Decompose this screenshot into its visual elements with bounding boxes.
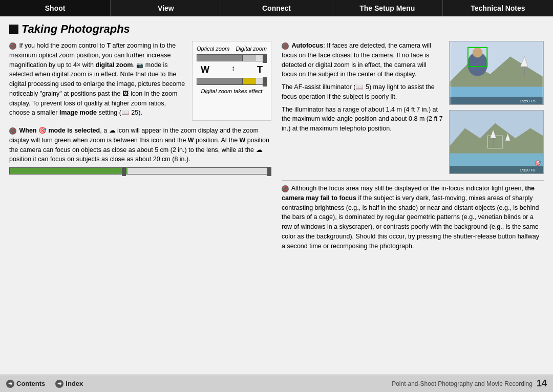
zoom-bar-yellow — [242, 78, 256, 84]
divider — [282, 180, 544, 181]
svg-text:🎯: 🎯 — [535, 160, 541, 166]
camera-illustration-1: 1/250 F5 — [450, 41, 543, 104]
macro-bar-handle — [122, 167, 126, 176]
tab-technical-notes-label: Technical Notes — [471, 4, 525, 12]
svg-rect-11 — [542, 41, 543, 104]
tab-shoot[interactable]: Shoot — [0, 0, 111, 16]
note-icon-2: 🚫 — [9, 127, 16, 135]
macro-para: 🚫 When 🎯 mode is selected, a ☁ icon will… — [9, 126, 271, 164]
zoom-caption-text: Digital zoom takes effect — [201, 88, 263, 94]
tab-setup-menu[interactable]: The Setup Menu — [332, 0, 443, 16]
svg-text:1/320  F8: 1/320 F8 — [520, 168, 536, 172]
zoom-labels: Optical zoom Digital zoom — [197, 45, 267, 53]
top-zoom-bar — [197, 54, 267, 61]
right-column: 🚫 Autofocus: If faces are detected, the … — [282, 41, 544, 368]
zoom-handle-2 — [263, 77, 267, 86]
page-number: 14 — [537, 378, 547, 389]
page-title: Taking Photographs — [9, 23, 544, 36]
contents-arrow-icon: ➜ — [6, 380, 14, 388]
svg-text:1/250  F5: 1/250 F5 — [520, 99, 536, 103]
tab-shoot-label: Shoot — [45, 4, 66, 12]
tab-view-label: View — [158, 4, 174, 12]
page-title-text: Taking Photographs — [22, 23, 130, 36]
camera-image-1: 1/250 F5 — [449, 41, 544, 105]
svg-rect-16 — [493, 138, 493, 146]
section-icon — [9, 25, 18, 34]
index-button[interactable]: ➜ Index — [55, 380, 83, 388]
contents-label: Contents — [16, 380, 45, 387]
note-icon-1: 🚫 — [9, 42, 16, 50]
two-column-layout: 🚫 If you hold the zoom control to T afte… — [9, 41, 544, 368]
illuminator-para: The illuminator has a range of about 1.4… — [282, 105, 443, 134]
index-arrow-icon: ➜ — [55, 380, 63, 388]
left-top-section: 🚫 If you hold the zoom control to T afte… — [9, 41, 271, 121]
main-content: Taking Photographs 🚫 If you hold the zoo… — [0, 16, 553, 375]
zoom-intro-text: 🚫 If you hold the zoom control to T afte… — [9, 41, 187, 121]
tab-connect[interactable]: Connect — [221, 0, 332, 16]
bottom-zoom-bar — [197, 78, 267, 85]
w-label: W — [201, 63, 209, 77]
bottom-bar: ➜ Contents ➜ Index Point-and-Shoot Photo… — [0, 375, 553, 392]
zoom-bar-optical — [197, 55, 242, 61]
contents-button[interactable]: ➜ Contents — [6, 380, 45, 388]
left-column: 🚫 If you hold the zoom control to T afte… — [9, 41, 271, 368]
index-label: Index — [66, 380, 83, 387]
t-label: T — [257, 63, 263, 77]
autofocus-title: Autofocus — [291, 42, 323, 49]
right-main-text: 🚫 Autofocus: If faces are detected, the … — [282, 41, 443, 177]
footer-text: Point-and-Shoot Photography and Movie Re… — [392, 380, 533, 387]
tab-connect-label: Connect — [262, 4, 291, 12]
camera-image-2: 1/320 F8 🎯 — [449, 110, 544, 174]
zoom-diagram: Optical zoom Digital zoom W — [192, 41, 271, 121]
macro-bar-fill — [10, 168, 127, 174]
top-navigation: Shoot View Connect The Setup Menu Techni… — [0, 0, 553, 16]
zoom-caption: Digital zoom takes effect — [197, 87, 267, 96]
macro-section: 🚫 When 🎯 mode is selected, a ☁ icon will… — [9, 126, 271, 175]
svg-rect-4 — [524, 67, 525, 77]
camera-images-column: 1/250 F5 — [449, 41, 544, 177]
autofocus-para: 🚫 Autofocus: If faces are detected, the … — [282, 41, 443, 79]
note-icon-3: 🚫 — [282, 42, 289, 50]
note-icon-4: 🚫 — [282, 185, 289, 192]
zoom-bar-digital — [242, 55, 256, 61]
zoom-bar-outer-2 — [197, 78, 267, 85]
zoom-bar-outer-1 — [197, 54, 267, 61]
svg-point-6 — [473, 48, 483, 58]
macro-bar-row — [9, 167, 271, 175]
zoom-intro-para: 🚫 If you hold the zoom control to T afte… — [9, 41, 187, 118]
svg-rect-10 — [450, 41, 451, 104]
tab-technical-notes[interactable]: Technical Notes — [443, 0, 553, 16]
macro-bar-outer — [9, 167, 271, 175]
tab-setup-menu-label: The Setup Menu — [359, 4, 415, 12]
zoom-handle-1 — [263, 54, 267, 63]
optical-zoom-label: Optical zoom — [197, 45, 229, 53]
wt-labels: W ↕ T — [197, 63, 267, 77]
focus-warning-section: 🚫 Although the focus area may still be d… — [282, 184, 544, 251]
af-assist-para: The AF-assist illuminator (📖 5) may ligh… — [282, 82, 443, 102]
zoom-bar-base — [197, 78, 242, 84]
tab-view[interactable]: View — [111, 0, 221, 16]
footer-right: Point-and-Shoot Photography and Movie Re… — [392, 378, 547, 389]
right-top-section: 🚫 Autofocus: If faces are detected, the … — [282, 41, 544, 177]
macro-bar-end — [267, 167, 271, 176]
focus-warning-para: 🚫 Although the focus area may still be d… — [282, 184, 544, 251]
camera-illustration-2: 1/320 F8 🎯 — [450, 111, 543, 173]
digital-zoom-label: Digital zoom — [236, 45, 267, 53]
